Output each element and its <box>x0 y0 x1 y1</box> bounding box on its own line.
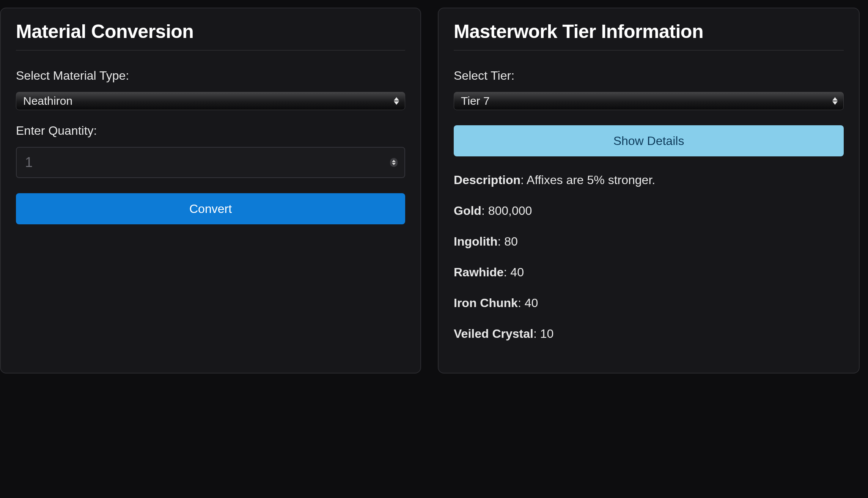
tier-detail-row: Description: Affixes are 5% stronger. <box>454 173 844 187</box>
tier-select-wrap: Tier 7 <box>454 92 844 110</box>
tier-detail-row: Veiled Crystal: 10 <box>454 327 844 341</box>
tier-detail-value: : 10 <box>533 327 554 340</box>
masterwork-tier-card: Masterwork Tier Information Select Tier:… <box>438 8 860 374</box>
convert-button[interactable]: Convert <box>16 193 405 224</box>
masterwork-tier-title: Masterwork Tier Information <box>454 20 844 50</box>
material-type-select-wrap: Neathiron <box>16 92 405 110</box>
tier-select[interactable]: Tier 7 <box>454 92 844 110</box>
material-conversion-title: Material Conversion <box>16 20 405 50</box>
quantity-input[interactable] <box>16 147 405 178</box>
tier-detail-row: Gold: 800,000 <box>454 204 844 218</box>
tier-detail-value: : 80 <box>498 235 518 248</box>
tier-detail-value: : 800,000 <box>481 204 532 217</box>
tier-detail-label: Rawhide <box>454 265 504 279</box>
quantity-label: Enter Quantity: <box>16 124 405 138</box>
tier-detail-value: : Affixes are 5% stronger. <box>520 173 655 187</box>
stepper-icon[interactable] <box>390 158 398 167</box>
tier-detail-label: Veiled Crystal <box>454 327 533 340</box>
tier-detail-label: Description <box>454 173 520 187</box>
quantity-input-wrap <box>16 147 405 178</box>
tier-detail-row: Rawhide: 40 <box>454 265 844 279</box>
tier-detail-value: : 40 <box>518 296 538 310</box>
tier-detail-label: Iron Chunk <box>454 296 518 310</box>
tier-detail-row: Ingolith: 80 <box>454 235 844 249</box>
tier-details-list: Description: Affixes are 5% stronger.Gol… <box>454 173 844 341</box>
material-type-select[interactable]: Neathiron <box>16 92 405 110</box>
material-type-label: Select Material Type: <box>16 69 405 83</box>
tier-detail-label: Gold <box>454 204 481 217</box>
tier-detail-value: : 40 <box>504 265 524 279</box>
tier-label: Select Tier: <box>454 69 844 83</box>
show-details-button[interactable]: Show Details <box>454 125 844 156</box>
tier-detail-row: Iron Chunk: 40 <box>454 296 844 310</box>
tier-detail-label: Ingolith <box>454 235 498 248</box>
material-conversion-card: Material Conversion Select Material Type… <box>0 8 421 374</box>
